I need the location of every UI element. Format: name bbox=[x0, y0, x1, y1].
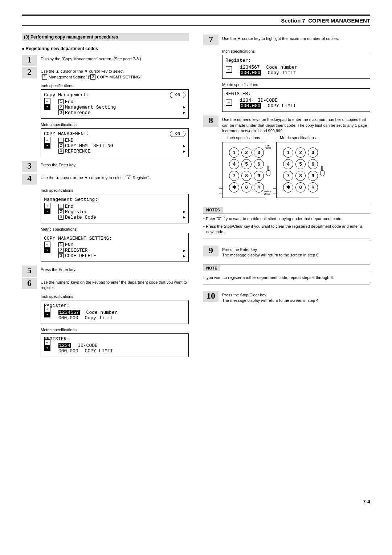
finger-press-icon bbox=[265, 164, 272, 178]
cursor-arrow-icon: ⇨▾ bbox=[44, 137, 50, 149]
notes-header: NOTES bbox=[203, 206, 370, 214]
lcd-register-inch: Register: ⇨▾ 1234567Code number 000,000C… bbox=[41, 300, 189, 324]
spec-inch: Inch specifications bbox=[41, 84, 189, 88]
step-number: 1 bbox=[22, 55, 37, 66]
step-number: 3 bbox=[22, 161, 37, 172]
cursor-arrow-icon: ⇨▾ bbox=[44, 305, 50, 318]
step-6: 6 Use the numeric keys on the keypad to … bbox=[22, 278, 189, 291]
step-7: 7 Use the ▼ cursor key to highlight the … bbox=[203, 35, 370, 45]
step-number: 9 bbox=[203, 246, 219, 256]
step-1: 1 Display the "Copy Management" screen. … bbox=[22, 55, 189, 66]
finger-press-icon bbox=[319, 164, 326, 178]
section-label: Section 7 bbox=[281, 17, 305, 24]
lcd-mgmt-setting-inch: Management Setting: ⇨▾ 1End 2Register▶ 3… bbox=[41, 194, 189, 223]
cursor-arrow-icon: ⇨▾ bbox=[44, 241, 50, 254]
lcd-step7-metric: REGISTER: ⇨ 1234ID-CODE 000,000COPY LIMI… bbox=[222, 88, 370, 112]
lcd-mgmt-setting-metric: COPY MANAGEMENT SETTING: ⇨▾ 1END 2REGIST… bbox=[41, 233, 189, 262]
spec-metric: Metric specifications bbox=[41, 122, 189, 127]
subsection-bar: (3) Performing copy management procedure… bbox=[22, 33, 189, 41]
keypad-metric: 123 456 789 ✱0# bbox=[276, 142, 319, 198]
step-4: 4 Use the ▲ cursor or the ▼ cursor key t… bbox=[22, 174, 189, 185]
cursor-arrow-icon: ⇨▾ bbox=[44, 339, 50, 351]
keypad-illustration: Inch specifications 123 456 789 ✱0# Full… bbox=[222, 135, 370, 198]
step-number: 7 bbox=[203, 35, 219, 45]
lcd-register-metric: REGISTER: ⇨▾ 1234ID-CODE 000,000COPY LIM… bbox=[41, 333, 189, 357]
cursor-arrow-icon: ⇨▾ bbox=[44, 202, 50, 215]
step-number: 4 bbox=[22, 174, 37, 185]
note-text: If you want to register another departme… bbox=[203, 275, 370, 280]
step-8: 8 Use the numeric keys on the keypad to … bbox=[203, 116, 370, 134]
lcd-copy-mgmt-inch: Copy Management:ON ⇨▾ 1End 2Management S… bbox=[41, 89, 189, 119]
cursor-arrow-icon: ⇨ bbox=[225, 97, 232, 109]
step-5: 5 Press the Enter key. bbox=[22, 266, 189, 276]
note-header: NOTE bbox=[203, 264, 370, 272]
keypad-inch: 123 456 789 ✱0# FullColor Black&White bbox=[222, 142, 265, 198]
cursor-arrow-icon: ⇨▾ bbox=[44, 98, 50, 110]
step-number: 6 bbox=[22, 278, 37, 289]
lcd-copy-mgmt-metric: COPY MANAGEMENT:ON ⇨▾ 1END 2COPY MGMT SE… bbox=[41, 128, 189, 158]
note-text: Press the Stop/Clear key if you want to … bbox=[203, 224, 370, 235]
step-number: 10 bbox=[203, 291, 219, 302]
section-title: COPIER MANAGEMENT bbox=[308, 17, 370, 24]
step-number: 8 bbox=[203, 116, 219, 126]
step-number: 2 bbox=[22, 67, 37, 78]
step-9: 9 Press the Enter key. The message displ… bbox=[203, 246, 370, 258]
step-3: 3 Press the Enter key. bbox=[22, 161, 189, 172]
page-number: 7-4 bbox=[22, 499, 370, 505]
step-10: 10 Press the Stop/Clear key. The message… bbox=[203, 291, 370, 304]
note-text: Enter "0" if you want to enable unlimite… bbox=[203, 216, 370, 222]
cursor-arrow-icon: ⇨ bbox=[225, 63, 232, 76]
page-header: Section 7 COPIER MANAGEMENT bbox=[22, 15, 370, 26]
subhead: Registering new department codes bbox=[22, 46, 189, 51]
step-2: 2 Use the ▲ cursor or the ▼ cursor key t… bbox=[22, 67, 189, 80]
step-number: 5 bbox=[22, 266, 37, 276]
lcd-step7-inch: Register: ⇨ 1234567Code number 000,000Co… bbox=[222, 55, 370, 79]
full-color-label: FullColor bbox=[265, 145, 271, 149]
bw-label: Black&White bbox=[264, 190, 271, 195]
